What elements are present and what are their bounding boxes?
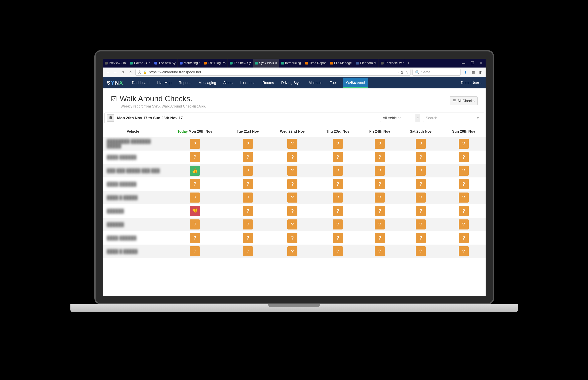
check-cell[interactable]: ? (269, 218, 316, 231)
check-cell[interactable]: ? (227, 231, 269, 245)
vehicle-filter-dropdown[interactable]: All Vehicles ▾ (380, 114, 420, 122)
reload-icon[interactable]: ⟳ (120, 70, 126, 75)
check-cell[interactable]: ? (227, 151, 269, 164)
check-cell[interactable]: ? (227, 177, 269, 191)
nav-live-map[interactable]: Live Map (156, 77, 172, 88)
check-cell[interactable]: ? (360, 137, 400, 151)
browser-tab[interactable]: Eleonora M (354, 59, 379, 68)
check-cell[interactable]: ? (227, 218, 269, 231)
check-cell[interactable]: ? (316, 151, 359, 164)
back-icon[interactable]: ← (105, 70, 110, 74)
check-cell[interactable]: ? (400, 177, 442, 191)
check-cell[interactable]: ? (400, 151, 442, 164)
nav-walkaround[interactable]: Walkaround (343, 77, 368, 88)
check-cell[interactable]: ? (442, 137, 486, 151)
check-cell[interactable]: ? (316, 204, 359, 218)
browser-tab[interactable]: Edit Blog Po (202, 59, 228, 68)
check-cell[interactable]: ? (163, 231, 227, 245)
check-cell[interactable]: ? (269, 164, 316, 177)
check-cell[interactable]: ? (269, 204, 316, 218)
reader-icon[interactable]: ✿ (400, 70, 403, 75)
check-cell[interactable]: 👍 (163, 164, 227, 177)
check-cell[interactable]: ? (400, 218, 442, 231)
date-range-picker[interactable]: 🗓 Mon 20th Nov 17 to Sun 26th Nov 17 (107, 114, 183, 122)
check-cell[interactable]: ? (316, 177, 359, 191)
check-cell[interactable]: ? (269, 177, 316, 191)
browser-tab[interactable]: The new Sy (228, 59, 253, 68)
search-input[interactable]: Search... ▾ (423, 114, 481, 122)
nav-alerts[interactable]: Alerts (223, 77, 233, 88)
check-cell[interactable]: ? (400, 204, 442, 218)
close-window-button[interactable]: ✕ (477, 61, 486, 65)
check-cell[interactable]: ? (227, 204, 269, 218)
library-icon[interactable]: ▥ (470, 70, 476, 75)
browser-tab[interactable]: Time Repor (303, 59, 328, 68)
check-cell[interactable]: ? (163, 245, 227, 258)
check-cell[interactable]: ? (163, 151, 227, 164)
check-cell[interactable]: ? (163, 177, 227, 191)
all-checks-button[interactable]: ☰ All Checks (450, 96, 478, 105)
check-cell[interactable]: ? (360, 245, 400, 258)
check-cell[interactable]: ? (227, 137, 269, 151)
nav-locations[interactable]: Locations (239, 77, 256, 88)
check-cell[interactable]: ? (360, 204, 400, 218)
browser-tab[interactable]: Edited - Go (128, 59, 152, 68)
check-cell[interactable]: ? (269, 245, 316, 258)
check-cell[interactable]: ? (227, 164, 269, 177)
check-cell[interactable]: ? (442, 245, 486, 258)
download-icon[interactable]: ⬇ (463, 70, 468, 75)
check-cell[interactable]: ? (360, 231, 400, 245)
sidebar-icon[interactable]: ◧ (478, 70, 483, 75)
check-cell[interactable]: ? (269, 151, 316, 164)
check-cell[interactable]: ? (227, 191, 269, 204)
nav-driving-style[interactable]: Driving Style (280, 77, 302, 88)
check-cell[interactable]: ? (442, 177, 486, 191)
check-cell[interactable]: ? (269, 231, 316, 245)
check-cell[interactable]: ? (360, 191, 400, 204)
check-cell[interactable]: ? (316, 191, 359, 204)
check-cell[interactable]: ? (360, 151, 400, 164)
check-cell[interactable]: ? (400, 191, 442, 204)
check-cell[interactable]: ? (442, 218, 486, 231)
home-icon[interactable]: ⌂ (128, 70, 133, 74)
browser-tab[interactable]: Marketing t (178, 59, 202, 68)
check-cell[interactable]: ? (269, 191, 316, 204)
brand-logo[interactable]: SYNX (107, 80, 123, 86)
check-cell[interactable]: ? (163, 191, 227, 204)
check-cell[interactable]: ? (400, 137, 442, 151)
bookmark-icon[interactable]: ☆ (405, 70, 408, 75)
browser-tab[interactable]: Facepixelizer | P (379, 59, 405, 68)
check-cell[interactable]: ? (442, 204, 486, 218)
check-cell[interactable]: ? (400, 245, 442, 258)
check-cell[interactable]: ? (227, 245, 269, 258)
new-tab-button[interactable]: + (405, 61, 413, 65)
url-input[interactable]: ⓘ 🔒 https://walkaround.transpoco.net ⋯ ✿… (135, 69, 410, 76)
nav-messaging[interactable]: Messaging (198, 77, 217, 88)
maximize-button[interactable]: ❐ (468, 61, 477, 65)
check-cell[interactable]: ? (316, 164, 359, 177)
browser-tab[interactable]: Preview - In (103, 59, 128, 68)
close-icon[interactable]: × (275, 61, 277, 65)
more-icon[interactable]: ⋯ (395, 70, 399, 75)
browser-tab[interactable]: Synx Walk× (253, 59, 279, 68)
check-cell[interactable]: ? (163, 218, 227, 231)
check-cell[interactable]: ? (360, 177, 400, 191)
check-cell[interactable]: ? (316, 218, 359, 231)
check-cell[interactable]: ? (360, 218, 400, 231)
check-cell[interactable]: ? (269, 137, 316, 151)
check-cell[interactable]: ? (360, 164, 400, 177)
nav-routes[interactable]: Routes (262, 77, 275, 88)
check-cell[interactable]: 👎 (163, 204, 227, 218)
browser-tab[interactable]: File Manage (328, 59, 354, 68)
check-cell[interactable]: ? (163, 137, 227, 151)
nav-reports[interactable]: Reports (178, 77, 192, 88)
nav-fuel[interactable]: Fuel (329, 77, 337, 88)
check-cell[interactable]: ? (442, 191, 486, 204)
check-cell[interactable]: ? (442, 164, 486, 177)
minimize-button[interactable]: — (459, 61, 468, 65)
browser-tab[interactable]: The new Sy (152, 59, 178, 68)
check-cell[interactable]: ? (400, 164, 442, 177)
check-cell[interactable]: ? (442, 231, 486, 245)
check-cell[interactable]: ? (316, 245, 359, 258)
user-menu[interactable]: Demo User (461, 81, 481, 85)
